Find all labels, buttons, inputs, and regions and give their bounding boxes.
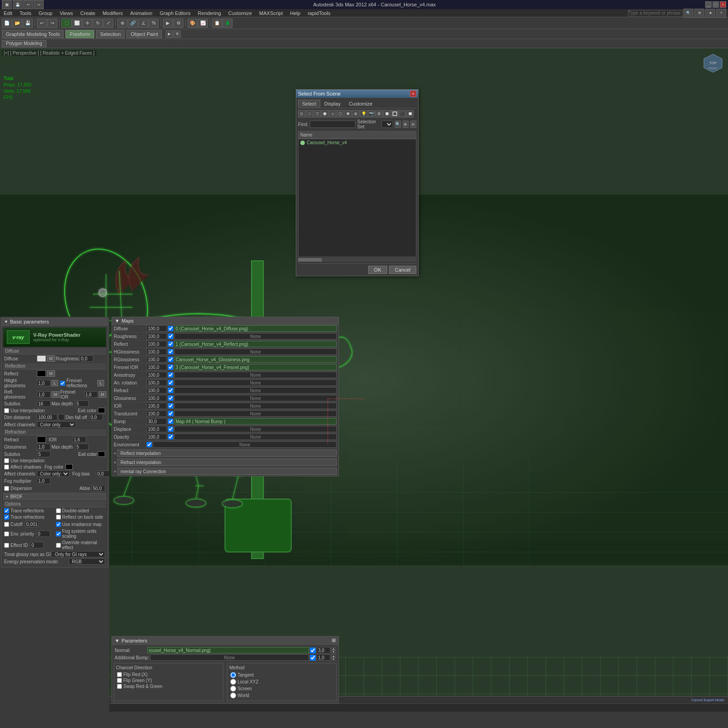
dialog-tab-customize[interactable]: Customize (345, 100, 377, 108)
quick-access-undo[interactable]: ↩ (23, 0, 33, 9)
tb-curve-editor[interactable]: 📈 (198, 19, 208, 28)
dt-btn2[interactable]: □ (306, 110, 313, 117)
addl-bump-map-btn[interactable]: None (150, 654, 309, 661)
maps-checkbox-0[interactable] (168, 326, 173, 331)
close-btn[interactable]: × (720, 1, 726, 8)
dt-btn7[interactable]: ✱ (344, 110, 352, 117)
maps-map-btn-5[interactable]: 3 (Carousel_Horse_v4_Fresnel.png) (174, 364, 337, 370)
diffuse-color-swatch[interactable] (37, 355, 46, 362)
star-btn[interactable]: ★ (705, 9, 715, 18)
exit-color-swatch[interactable] (98, 408, 105, 413)
dt-btn13[interactable]: 🔳 (391, 110, 398, 117)
tb-open[interactable]: 📂 (12, 19, 22, 28)
fresnel-ior-m-btn[interactable]: M (99, 391, 107, 398)
quick-access-redo[interactable]: ↪ (34, 0, 44, 9)
subdivs-input[interactable] (37, 400, 51, 407)
menu-group[interactable]: Group (35, 9, 56, 17)
normal-spin-down[interactable]: ▼ (331, 650, 336, 653)
tb-snaps[interactable]: 🔗 (128, 19, 138, 28)
maps-value-13[interactable] (147, 426, 167, 432)
tb-ref-coord[interactable]: ⊕ (117, 19, 127, 28)
maps-value-7[interactable] (147, 379, 167, 386)
menu-animation[interactable]: Animation (126, 9, 156, 17)
maps-value-11[interactable] (147, 410, 167, 417)
maps-value-14[interactable] (147, 434, 167, 440)
env-priority-checkbox[interactable] (4, 531, 9, 536)
graphite-option2[interactable]: ⚙ (173, 30, 181, 38)
energy-dropdown[interactable]: RGB (69, 558, 105, 565)
reflect-color-swatch[interactable] (37, 370, 46, 377)
find-input[interactable] (310, 121, 355, 128)
search-input[interactable] (628, 10, 682, 16)
maps-map-btn-12[interactable]: Map #4 ( Normal Bump ) (174, 418, 337, 425)
addl-bump-spin-down[interactable]: ▼ (331, 657, 336, 661)
maps-map-btn-8[interactable]: None (174, 387, 337, 394)
sel-btn2[interactable]: ⊕ (403, 121, 409, 128)
tb-render-settings[interactable]: ⚙ (173, 19, 183, 28)
flip-green-checkbox[interactable] (117, 678, 122, 683)
sel-btn1[interactable]: 🔍 (395, 121, 401, 128)
maps-value-1[interactable] (147, 333, 167, 339)
refract-subdivs-input[interactable] (37, 451, 51, 457)
maps-map-btn-1[interactable]: None (174, 333, 337, 339)
graphite-option1[interactable]: ▶ (166, 30, 173, 38)
tb-save[interactable]: 💾 (23, 19, 33, 28)
dialog-title-bar[interactable]: Select From Scene × (296, 90, 418, 98)
maps-map-btn-15[interactable]: None (153, 441, 337, 448)
trace-refr-checkbox[interactable] (4, 515, 9, 520)
override-mat-checkbox[interactable] (56, 543, 61, 548)
menu-rapid-tools[interactable]: rapidTools (304, 9, 334, 17)
maps-value-3[interactable] (147, 349, 167, 355)
selection-btn[interactable]: Selection (96, 30, 125, 38)
abbe-input[interactable] (91, 485, 105, 491)
maps-value-12[interactable] (147, 418, 167, 425)
dt-btn9[interactable]: 💡 (360, 110, 367, 117)
refract-gloss-input[interactable] (37, 444, 51, 450)
dialog-close-btn[interactable]: × (410, 91, 416, 97)
minimize-btn[interactable]: _ (705, 1, 712, 8)
normal-value-input[interactable] (317, 647, 330, 653)
tb-rotate[interactable]: ↻ (93, 19, 103, 28)
menu-create[interactable]: Create (76, 9, 99, 17)
dt-btn1[interactable]: ⊙ (298, 110, 305, 117)
tb-redo[interactable]: ↪ (47, 19, 57, 28)
maps-map-btn-10[interactable]: None (174, 403, 337, 409)
maps-map-btn-7[interactable]: None (174, 379, 337, 386)
maps-map-btn-11[interactable]: None (174, 410, 337, 417)
addl-bump-spin-up[interactable]: ▲ (331, 654, 336, 657)
sel-btn3[interactable]: ⊖ (410, 121, 416, 128)
search-btn[interactable]: 🔍 (683, 9, 693, 18)
dialog-cancel-btn[interactable]: Cancel (389, 266, 416, 274)
object-paint-btn[interactable]: Object Paint (126, 30, 162, 38)
normal-spin-up[interactable]: ▲ (331, 647, 336, 650)
dim-dist-track[interactable] (58, 414, 65, 420)
maps-checkbox-2[interactable] (168, 341, 173, 347)
maps-checkbox-11[interactable] (168, 411, 173, 416)
affect-shadows-checkbox[interactable] (4, 465, 9, 470)
dialog-list-item-horse[interactable]: Carousel_Horse_v4 (298, 139, 416, 146)
tb-new[interactable]: 📄 (2, 19, 12, 28)
tb-render[interactable]: ▶ (163, 19, 173, 28)
menu-tools[interactable]: Tools (16, 9, 35, 17)
dialog-tab-display[interactable]: Display (320, 100, 345, 108)
tb-angle-snap[interactable]: ∠ (138, 19, 148, 28)
refract-interp-btn[interactable]: Refract interpolation (117, 459, 337, 466)
maps-checkbox-12[interactable] (168, 419, 173, 424)
flip-red-checkbox[interactable] (117, 672, 122, 677)
maps-map-btn-4[interactable]: Carousel_Horse_v4_Glossiness.png (174, 356, 337, 363)
refract-max-depth-input[interactable] (75, 444, 89, 450)
menu-help[interactable]: Help (287, 9, 304, 17)
fog-units-checkbox[interactable] (56, 531, 61, 536)
brdf-section-btn[interactable]: + BRDF (3, 493, 106, 500)
maps-map-btn-6[interactable]: None (174, 372, 337, 378)
maps-checkbox-8[interactable] (168, 388, 173, 393)
addl-bump-value-input[interactable] (317, 654, 330, 661)
tb-undo[interactable]: ↩ (37, 19, 47, 28)
dt-btn12[interactable]: 🔲 (383, 110, 390, 117)
dialog-hscrollbar[interactable] (298, 258, 416, 262)
diffuse-map-btn[interactable]: M (47, 355, 55, 362)
dt-btn3[interactable]: ▽ (313, 110, 321, 117)
tangent-radio[interactable] (230, 672, 236, 678)
mental-ray-btn[interactable]: mental ray Connection (117, 468, 337, 475)
menu-graph-editors[interactable]: Graph Editors (156, 9, 194, 17)
